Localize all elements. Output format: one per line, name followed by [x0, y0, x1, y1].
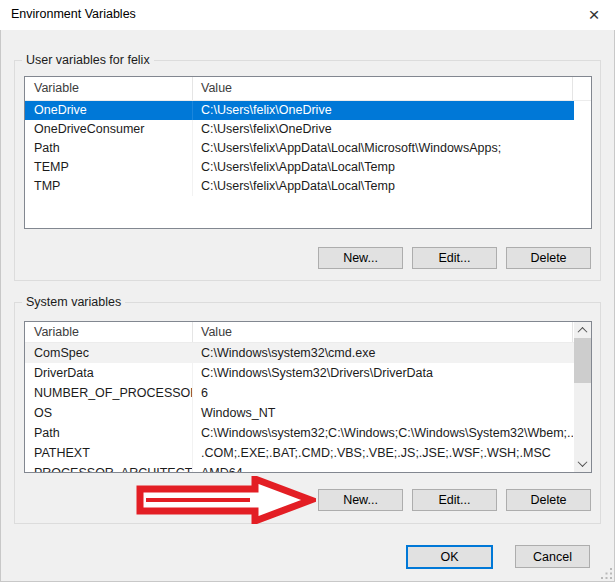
system-table-scrollbar[interactable] [574, 322, 591, 472]
cell-value: C:\Users\felix\AppData\Local\Temp [193, 158, 573, 177]
table-row[interactable]: NUMBER_OF_PROCESSORS 6 [25, 383, 574, 403]
user-new-button[interactable]: New... [318, 247, 403, 269]
system-variables-group-label: System variables [22, 295, 125, 309]
cell-variable: OneDriveConsumer [25, 120, 193, 139]
system-table-header: Variable Value [25, 322, 591, 343]
table-row[interactable]: Path C:\Users\felix\AppData\Local\Micros… [25, 139, 574, 158]
user-delete-button[interactable]: Delete [506, 247, 591, 269]
cell-variable: TEMP [25, 158, 193, 177]
cell-variable: Path [25, 139, 193, 158]
system-variables-rows: ComSpec C:\Windows\system32\cmd.exe Driv… [25, 343, 574, 473]
cancel-button[interactable]: Cancel [515, 545, 590, 568]
environment-variables-dialog: Environment Variables × User variables f… [0, 0, 615, 582]
table-row[interactable]: OS Windows_NT [25, 403, 574, 423]
user-table-header: Variable Value [25, 77, 591, 101]
cell-value: C:\Users\felix\AppData\Local\Microsoft\W… [193, 139, 573, 158]
table-row[interactable]: Path C:\Windows\system32;C:\Windows;C:\W… [25, 423, 574, 443]
column-header-variable[interactable]: Variable [25, 322, 193, 342]
cell-variable: PROCESSOR_ARCHITECTURE [25, 463, 193, 473]
cell-value: Windows_NT [193, 403, 573, 423]
system-variables-table: Variable Value ComSpec C:\Windows\system… [24, 321, 592, 473]
cell-value: C:\Users\felix\OneDrive [193, 101, 573, 120]
cell-value: C:\Windows\system32;C:\Windows;C:\Window… [193, 423, 573, 443]
table-row[interactable]: DriverData C:\Windows\System32\Drivers\D… [25, 363, 574, 383]
table-row[interactable]: OneDrive C:\Users\felix\OneDrive [25, 101, 574, 120]
column-header-value[interactable]: Value [193, 322, 573, 342]
close-icon[interactable]: × [582, 3, 606, 27]
cell-variable: OS [25, 403, 193, 423]
cell-value: C:\Windows\system32\cmd.exe [193, 343, 573, 363]
cell-variable: TMP [25, 177, 193, 196]
table-row[interactable]: TEMP C:\Users\felix\AppData\Local\Temp [25, 158, 574, 177]
cell-value: 6 [193, 383, 573, 403]
table-row[interactable]: TMP C:\Users\felix\AppData\Local\Temp [25, 177, 574, 196]
column-header-variable[interactable]: Variable [25, 77, 193, 100]
table-row[interactable]: PATHEXT .COM;.EXE;.BAT;.CMD;.VBS;.VBE;.J… [25, 443, 574, 463]
scrollbar-thumb[interactable] [574, 338, 591, 383]
cell-value: AMD64 [193, 463, 573, 473]
scroll-down-icon[interactable] [574, 455, 591, 472]
table-row[interactable]: ComSpec C:\Windows\system32\cmd.exe [25, 343, 574, 363]
system-edit-button[interactable]: Edit... [412, 489, 497, 511]
cell-value: C:\Users\felix\AppData\Local\Temp [193, 177, 573, 196]
chevron-up-icon [578, 327, 588, 337]
ok-button[interactable]: OK [406, 545, 493, 569]
window-title: Environment Variables [11, 7, 136, 21]
cell-value: C:\Users\felix\OneDrive [193, 120, 573, 139]
cell-variable: NUMBER_OF_PROCESSORS [25, 383, 193, 403]
cell-value: C:\Windows\System32\Drivers\DriverData [193, 363, 573, 383]
table-row[interactable]: OneDriveConsumer C:\Users\felix\OneDrive [25, 120, 574, 139]
cell-variable: OneDrive [25, 101, 193, 120]
user-variables-rows: OneDrive C:\Users\felix\OneDrive OneDriv… [25, 101, 591, 196]
chevron-down-icon [578, 457, 588, 467]
user-variables-table: Variable Value OneDrive C:\Users\felix\O… [24, 76, 592, 229]
user-edit-button[interactable]: Edit... [412, 247, 497, 269]
cell-variable: Path [25, 423, 193, 443]
column-header-value[interactable]: Value [193, 77, 573, 100]
cell-variable: PATHEXT [25, 443, 193, 463]
cell-variable: DriverData [25, 363, 193, 383]
cell-variable: ComSpec [25, 343, 193, 363]
scroll-up-icon[interactable] [574, 322, 591, 339]
table-row[interactable]: PROCESSOR_ARCHITECTURE AMD64 [25, 463, 574, 473]
resize-grip-icon[interactable] [600, 567, 613, 580]
system-delete-button[interactable]: Delete [506, 489, 591, 511]
system-new-button[interactable]: New... [318, 489, 403, 511]
cell-value: .COM;.EXE;.BAT;.CMD;.VBS;.VBE;.JS;.JSE;.… [193, 443, 573, 463]
user-variables-group-label: User variables for felix [22, 53, 154, 67]
titlebar: Environment Variables × [0, 0, 615, 30]
